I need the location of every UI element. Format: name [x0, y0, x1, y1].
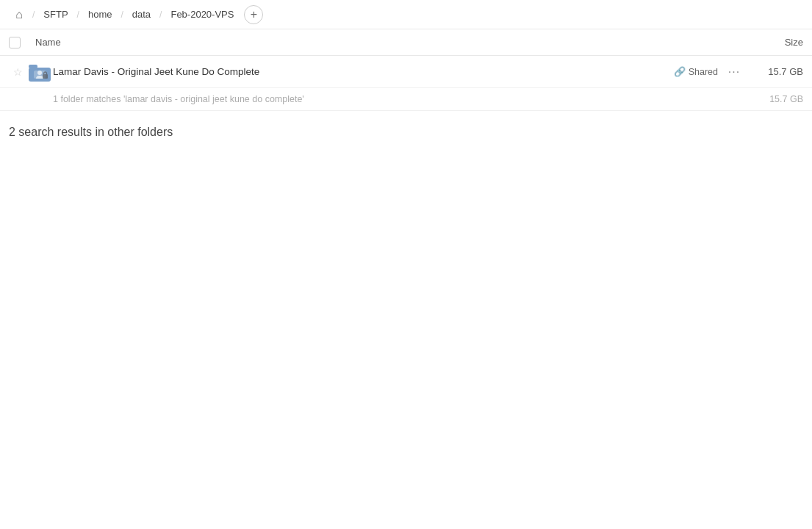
breadcrumb-home[interactable]: home [82, 7, 118, 22]
svg-point-3 [37, 71, 42, 75]
file-size: 15.7 GB [744, 66, 803, 77]
sep-4: / [159, 10, 162, 20]
match-info-row: 1 folder matches 'lamar davis - original… [0, 88, 812, 111]
sep-3: / [121, 10, 123, 20]
breadcrumb-sftp[interactable]: SFTP [37, 7, 73, 22]
file-name: Lamar Davis - Original Jeet Kune Do Comp… [53, 66, 674, 77]
more-options-button[interactable]: ··· [724, 62, 744, 82]
breadcrumb-data[interactable]: data [126, 7, 157, 22]
shared-label: Shared [689, 67, 718, 77]
match-text: 1 folder matches 'lamar davis - original… [53, 94, 744, 104]
file-meta: 🔗 Shared ··· [674, 62, 744, 82]
column-name-header: Name [35, 37, 730, 48]
star-icon[interactable]: ☆ [9, 66, 26, 78]
home-icon[interactable]: ⌂ [9, 4, 29, 25]
select-all-checkbox[interactable] [9, 37, 21, 48]
folder-icon-col [26, 62, 53, 82]
svg-rect-4 [43, 74, 48, 79]
folder-icon [29, 62, 51, 82]
sep-2: / [77, 10, 79, 20]
shared-badge: 🔗 Shared [674, 66, 718, 77]
other-folders-heading: 2 search results in other folders [0, 111, 812, 148]
table-header: Name Size [0, 29, 812, 56]
select-all-col [9, 37, 35, 48]
sep-1: / [32, 10, 35, 20]
link-icon: 🔗 [674, 66, 686, 77]
column-size-header: Size [730, 37, 803, 48]
match-size: 15.7 GB [744, 94, 803, 104]
file-row[interactable]: ☆ Lamar Davis - Original Jeet Kune Do Co… [0, 56, 812, 88]
add-tab-button[interactable]: + [244, 5, 263, 24]
breadcrumb-feb-2020-vps[interactable]: Feb-2020-VPS [165, 7, 240, 22]
breadcrumb-bar: ⌂ / SFTP / home / data / Feb-2020-VPS + [0, 0, 812, 29]
